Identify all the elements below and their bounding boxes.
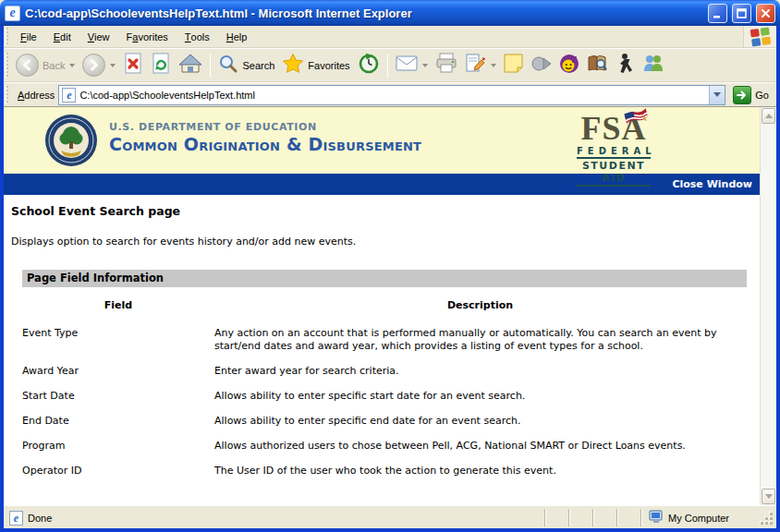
edit-button[interactable]	[461, 51, 500, 79]
back-icon	[16, 54, 39, 77]
title-bar: e C:\cod-app\SchooleventsHelpText.html -…	[0, 0, 780, 26]
app-name: Common Origination & Disbursement	[109, 134, 421, 154]
menu-grip[interactable]	[6, 28, 8, 44]
fsa-student-aid: STUDENT AID	[577, 160, 651, 187]
forward-icon	[82, 54, 105, 77]
help-page: U.S. DEPARTMENT OF EDUCATION Common Orig…	[4, 107, 760, 505]
menu-tools[interactable]: Tools	[177, 26, 218, 47]
field-description: Enter award year for search criteria.	[214, 365, 746, 378]
resize-grip[interactable]	[761, 509, 774, 526]
status-bar: e Done My Computer	[4, 505, 776, 528]
search-label: Search	[242, 60, 274, 71]
page-ie-icon: e	[62, 88, 76, 103]
home-button[interactable]	[175, 51, 206, 80]
table-row: Start Date Allows ability to enter speci…	[22, 390, 747, 403]
mail-button[interactable]	[392, 53, 432, 78]
yahoo-messenger-button[interactable]	[555, 52, 583, 79]
refresh-button[interactable]	[147, 50, 175, 80]
scroll-up-button[interactable]	[762, 108, 775, 124]
status-pane	[544, 509, 568, 526]
column-header-field: Field	[22, 299, 214, 311]
field-description: Allows authorized users to chose between…	[214, 440, 746, 453]
search-button[interactable]: Search	[214, 52, 278, 79]
table-row: Operator ID The User ID of the user who …	[22, 465, 747, 478]
research-button[interactable]	[583, 52, 612, 79]
field-name: Start Date	[22, 390, 214, 403]
column-header-description: Description	[214, 299, 746, 311]
field-description: Any action on an account that is perform…	[214, 327, 746, 353]
research-icon	[587, 54, 608, 78]
zone-text: My Computer	[668, 513, 729, 524]
windows-logo-icon	[743, 26, 776, 47]
favorites-button[interactable]: Favorites	[278, 51, 353, 79]
address-bar: Address e C:\cod-app\SchooleventsHelpTex…	[4, 82, 776, 106]
minimize-button[interactable]	[708, 4, 727, 23]
status-pane	[592, 509, 616, 526]
done-page-icon: e	[9, 511, 23, 526]
my-computer-icon	[649, 510, 664, 526]
window-title: C:\cod-app\SchooleventsHelpText.html - M…	[25, 6, 703, 20]
table-row: Award Year Enter award year for search c…	[22, 365, 747, 378]
home-icon	[178, 53, 202, 79]
back-label: Back	[43, 60, 65, 71]
close-button[interactable]	[756, 4, 775, 23]
mail-dropdown-icon[interactable]	[422, 64, 428, 67]
menu-file[interactable]: File	[12, 26, 45, 47]
mail-icon	[396, 54, 418, 76]
refresh-icon	[151, 52, 171, 79]
scroll-down-button[interactable]	[762, 489, 775, 504]
aim-icon	[615, 53, 634, 78]
address-grip[interactable]	[6, 86, 8, 104]
menu-edit[interactable]: Edit	[45, 26, 79, 47]
menu-bar: File Edit View Favorites Tools Help	[4, 26, 776, 48]
status-pane	[568, 509, 592, 526]
messenger-icon	[530, 54, 552, 78]
dept-of-education-seal-icon	[44, 114, 98, 171]
forward-button[interactable]	[79, 52, 119, 79]
go-button[interactable]: Go	[729, 86, 773, 104]
menu-help[interactable]: Help	[218, 26, 256, 47]
standard-toolbar: Back	[4, 48, 776, 82]
field-name: Award Year	[22, 365, 214, 378]
status-pane	[616, 509, 640, 526]
msn-messenger-button[interactable]	[638, 52, 668, 79]
security-zone-pane: My Computer	[640, 509, 761, 526]
fsa-logo: FSA FEDERAL STUDENT AID	[577, 112, 651, 187]
yahoo-messenger-icon	[559, 54, 579, 78]
maximize-button[interactable]	[732, 4, 751, 23]
fsa-federal: FEDERAL	[577, 146, 651, 159]
browser-window: e C:\cod-app\SchooleventsHelpText.html -…	[0, 0, 780, 532]
print-button[interactable]	[432, 51, 461, 79]
menu-view[interactable]: View	[79, 26, 118, 47]
print-icon	[435, 53, 457, 78]
forward-dropdown-icon[interactable]	[110, 64, 116, 67]
favorites-star-icon	[282, 53, 304, 78]
address-input[interactable]: e C:\cod-app\SchooleventsHelpText.html	[58, 85, 725, 105]
ie-app-icon: e	[5, 6, 20, 21]
messenger-button[interactable]	[527, 52, 555, 79]
status-text: Done	[28, 513, 52, 524]
field-description: Allows ability to enter specific start d…	[214, 390, 746, 403]
stop-button[interactable]	[119, 50, 147, 80]
edit-dropdown-icon[interactable]	[491, 64, 496, 67]
history-button[interactable]	[354, 51, 384, 80]
toolbar-grip[interactable]	[6, 53, 8, 79]
table-row: Event Type Any action on an account that…	[22, 327, 747, 353]
vertical-scrollbar[interactable]	[760, 107, 776, 505]
toolbar-separator	[387, 54, 388, 78]
close-window-link[interactable]: Close Window	[672, 178, 752, 190]
address-dropdown-button[interactable]	[709, 86, 725, 104]
history-icon	[358, 53, 380, 79]
banner-text: U.S. DEPARTMENT OF EDUCATION Common Orig…	[109, 121, 421, 154]
favorites-label: Favorites	[308, 60, 349, 71]
toolbar-separator	[210, 54, 211, 78]
field-name: End Date	[22, 415, 214, 428]
aim-button[interactable]	[612, 51, 638, 79]
address-value[interactable]: C:\cod-app\SchooleventsHelpText.html	[79, 90, 709, 101]
note-button[interactable]	[500, 52, 527, 79]
back-dropdown-icon[interactable]	[69, 64, 75, 67]
scroll-up-icon	[765, 114, 773, 118]
menu-favorites[interactable]: Favorites	[118, 26, 177, 47]
edit-icon	[465, 53, 486, 78]
back-button[interactable]: Back	[12, 52, 79, 79]
